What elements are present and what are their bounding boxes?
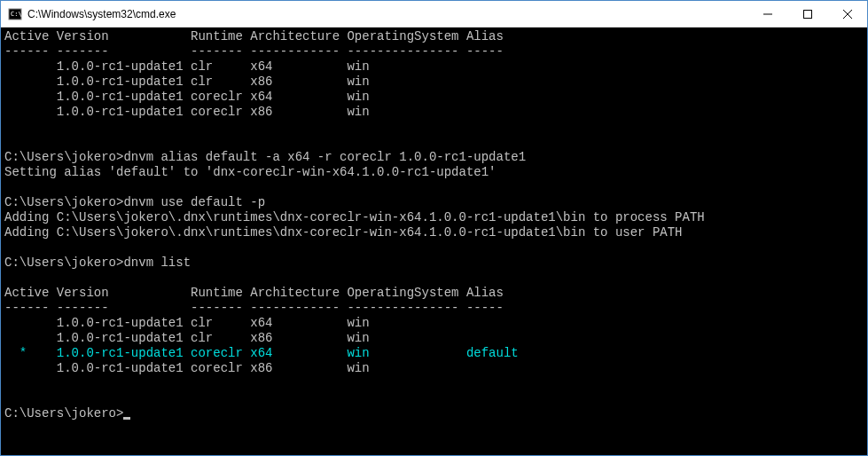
cmd-icon: C:\ [8, 7, 22, 21]
cmd-window: C:\ C:\Windows\system32\cmd.exe Active V… [0, 0, 868, 456]
minimize-button[interactable] [747, 1, 787, 27]
svg-text:C:\: C:\ [11, 11, 22, 18]
window-controls [747, 1, 867, 27]
close-button[interactable] [827, 1, 867, 27]
terminal-output[interactable]: Active Version Runtime Architecture Oper… [1, 28, 867, 455]
maximize-button[interactable] [787, 1, 827, 27]
svg-rect-3 [803, 10, 811, 18]
titlebar[interactable]: C:\ C:\Windows\system32\cmd.exe [1, 1, 867, 28]
window-title: C:\Windows\system32\cmd.exe [27, 8, 747, 20]
